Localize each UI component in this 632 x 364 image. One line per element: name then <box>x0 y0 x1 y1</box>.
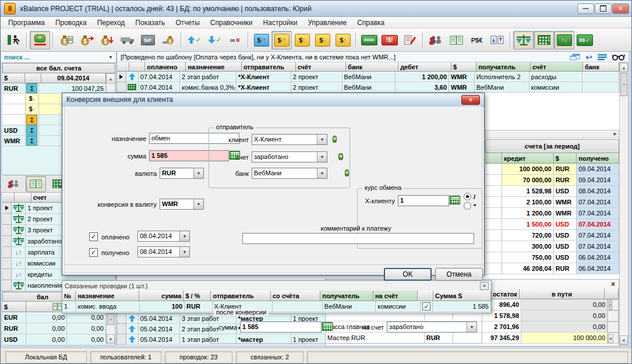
rate-multiply-option[interactable]: * <box>464 202 476 210</box>
comment-input[interactable] <box>242 233 474 244</box>
clients-view-button[interactable] <box>3 176 24 192</box>
bank-select[interactable]: ВебМани <box>252 168 327 179</box>
pay-down-button[interactable] <box>204 31 225 50</box>
credit-row[interactable]: 750,00 USD 06.04.2014 <box>485 252 619 263</box>
balances-bottom-scrollbar[interactable]: ≡ <box>106 312 115 345</box>
menu-goto[interactable]: Переход <box>92 17 130 28</box>
dollar-up-yellow-button[interactable]: $ <box>292 31 312 50</box>
alarm-button[interactable]: !$! <box>379 31 400 50</box>
dollar-down-icon[interactable]: $ <box>29 96 35 102</box>
currency-select[interactable]: RUR <box>160 168 204 179</box>
client-hint-icon[interactable] <box>333 136 337 143</box>
menu-settings[interactable]: Настройки <box>258 17 303 28</box>
edit-doc-button[interactable] <box>400 31 420 50</box>
period-hscrollbar[interactable] <box>485 130 619 138</box>
dollar-down-red-button[interactable]: $ <box>312 31 333 50</box>
title-bar[interactable]: 8 xBalance PROJECT (TRIAL) | осталось дн… <box>1 1 632 17</box>
credit-row-alert[interactable]: 1 500,00 USD 07.04.2014 <box>485 219 619 230</box>
panel-close-icon[interactable] <box>611 280 615 288</box>
scroll-right-arrow[interactable] <box>612 130 619 137</box>
credit-row[interactable]: 300,00 USD 07.04.2014 <box>485 241 619 252</box>
account-select[interactable]: заработано <box>252 151 327 162</box>
credit-row[interactable]: 70 000,00 RUR 09.04.2014 <box>485 175 619 186</box>
entry-row[interactable]: 07.04.2014 комис.банка 0,3% *Х-Клиент 2 … <box>117 82 619 93</box>
maximize-button[interactable] <box>595 3 612 14</box>
menu-management[interactable]: Управление <box>302 17 352 28</box>
menu-show[interactable]: Показать <box>130 17 170 28</box>
menu-reports[interactable]: Отчеты <box>170 17 204 28</box>
close-button[interactable] <box>612 3 629 14</box>
accounts-view-button[interactable] <box>26 176 46 192</box>
undo-icon[interactable] <box>585 52 592 62</box>
dollar-blue-button[interactable]: $ <box>251 31 271 50</box>
exchange-gray-button[interactable] <box>137 31 158 50</box>
import-export-button[interactable] <box>487 31 507 50</box>
dialog-close-button[interactable] <box>461 95 480 105</box>
accounts-list-button[interactable] <box>446 31 467 50</box>
credit-row[interactable]: 2 100,00 WMR 07.04.2014 <box>485 197 619 208</box>
main-vertical-scrollbar[interactable]: ≡ <box>619 62 629 345</box>
rate-input[interactable]: 1 <box>398 195 449 206</box>
cascade-windows-icon[interactable] <box>570 54 580 61</box>
to-account-select[interactable]: заработано <box>387 321 477 333</box>
moneybag-down-button[interactable]: $ <box>97 31 117 50</box>
linked-panel-title-bar[interactable]: Связанные проводки (1 шт.) <box>62 281 491 291</box>
zeros-button[interactable]: 0000 <box>359 31 379 50</box>
credit-row[interactable]: 100 000,00 RUR 09.04.2014 <box>485 164 619 175</box>
exit-button[interactable] <box>3 31 24 50</box>
comment-toggle-button[interactable] <box>30 31 50 50</box>
glasses-icon[interactable] <box>612 54 625 61</box>
linked-panel-close-button[interactable] <box>480 282 489 290</box>
balance-row[interactable]: RUR 0,00 0,00 <box>2 323 106 334</box>
linked-entry-row[interactable]: 1 комис. ввода 100 RUR Х-Клиент ВебМани … <box>62 301 491 312</box>
dialog-title-bar[interactable]: Конверсия внешняя для клиента <box>62 93 484 107</box>
pay-up-button[interactable] <box>184 31 204 50</box>
cancel-button[interactable]: Отмена <box>435 268 483 281</box>
credit-row[interactable]: 720,00 USD 07.04.2014 <box>485 230 619 241</box>
sigma-icon[interactable] <box>26 125 37 135</box>
menu-program[interactable]: Программа <box>3 17 50 28</box>
moneybag-hand-button[interactable]: $ <box>158 31 178 50</box>
credit-row[interactable]: 1 200,00 WMR 07.04.2014 <box>485 208 619 219</box>
credit-row[interactable]: 1 528,98 USD 08.04.2014 <box>485 186 619 197</box>
convert-currency-select[interactable]: WMR <box>160 199 204 210</box>
received-checkbox-row[interactable]: получено <box>89 248 129 257</box>
menu-entry[interactable]: Проводка <box>50 17 92 28</box>
menu-directories[interactable]: Справочники <box>205 17 258 28</box>
transfer-view-button[interactable] <box>554 31 574 50</box>
account-hint-icon[interactable] <box>338 153 343 160</box>
received-date-select[interactable]: 08.04.2014 <box>137 246 190 257</box>
balance-row[interactable]: EUR 0,00 0,00 <box>2 312 106 323</box>
client-select[interactable]: Х-Клиент <box>252 134 327 145</box>
search-dropdown-icon[interactable] <box>108 55 113 60</box>
menu-help[interactable]: Справка <box>352 17 390 28</box>
paid-date-select[interactable]: 08.04.2014 <box>137 231 190 242</box>
clients-button[interactable] <box>426 31 446 50</box>
sigma-icon[interactable] <box>26 136 37 146</box>
dollar-up-icon[interactable]: $ <box>29 106 35 112</box>
rate-divide-option[interactable]: / <box>464 193 475 200</box>
currencies-button[interactable]: Р$€ <box>467 31 487 50</box>
multiply-radio[interactable] <box>464 202 471 210</box>
sigma-icon[interactable] <box>26 83 37 93</box>
paid-checkbox[interactable] <box>89 232 98 241</box>
search-row[interactable]: поиск ... <box>1 52 116 63</box>
balance-view-button[interactable] <box>513 31 534 50</box>
bank-hint-icon[interactable] <box>345 169 349 176</box>
menu-lines-icon[interactable] <box>598 54 607 61</box>
dollar-up-blue-button[interactable]: $ <box>333 31 353 50</box>
paid-checkbox-row[interactable]: оплачено <box>89 232 129 241</box>
linked-checkbox[interactable] <box>422 302 430 310</box>
calculator-icon[interactable] <box>450 196 460 204</box>
divide-radio[interactable] <box>464 193 471 200</box>
moneybag-out-button[interactable]: $ <box>76 31 97 50</box>
truck-button[interactable] <box>117 31 137 50</box>
dollar-yellow-pressed-button[interactable]: $ <box>271 31 292 50</box>
zeros-check-button[interactable]: 00 <box>574 31 595 50</box>
balance-row[interactable]: USD 0,00 0,00 <box>2 334 106 345</box>
entry-row[interactable]: 07.04.2014 2 этап работ *Х-Клиент 2 прое… <box>117 72 619 82</box>
bank-view-button[interactable] <box>534 31 554 50</box>
moneybag-doc-button[interactable]: $ <box>56 31 76 50</box>
received-checkbox[interactable] <box>89 248 98 257</box>
calculator-icon[interactable] <box>322 322 333 331</box>
